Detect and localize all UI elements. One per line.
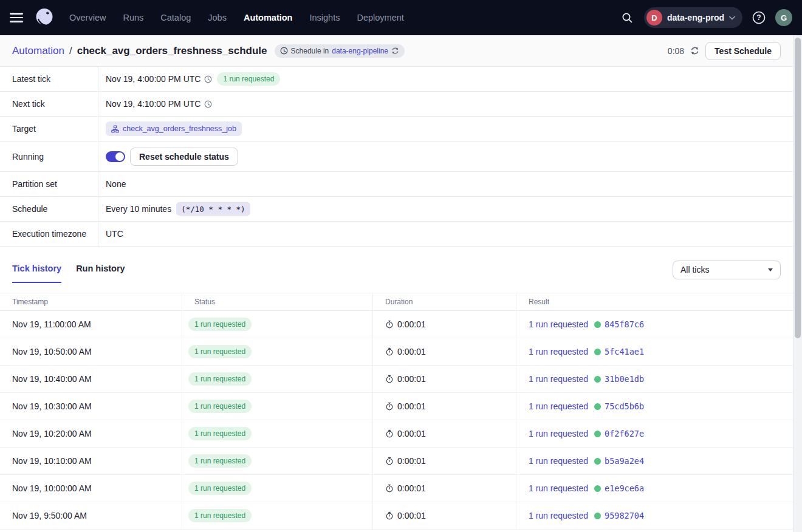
tick-timestamp: Nov 19, 10:10:00 AM (12, 456, 92, 466)
search-icon (622, 12, 633, 24)
tick-filter-select[interactable]: All ticks (673, 261, 781, 279)
run-status-dot (594, 321, 601, 328)
main-nav: OverviewRunsCatalogJobsAutomationInsight… (69, 13, 404, 22)
stopwatch-icon (385, 429, 394, 438)
tick-status-badge: 1 run requested (188, 427, 252, 440)
run-id-link[interactable]: 0f2f627e (605, 429, 644, 438)
refresh-countdown: 0:08 (668, 46, 684, 56)
tick-timestamp: Nov 19, 11:00:00 AM (12, 319, 91, 329)
deployment-name: data-eng-prod (667, 13, 724, 22)
run-id-link[interactable]: e1e9ce6a (605, 483, 644, 493)
tick-status-badge: 1 run requested (188, 400, 252, 413)
dagster-logo[interactable] (33, 6, 56, 29)
nav-item-automation[interactable]: Automation (244, 13, 293, 22)
deployment-switcher[interactable]: D data-eng-prod (644, 7, 742, 28)
pipeline-link[interactable]: data-eng-pipeline (332, 47, 388, 55)
detail-row-target: Target check_avg_orders_freshness_job (0, 117, 793, 142)
latest-tick-value: Nov 19, 4:00:00 PM UTC (106, 74, 200, 84)
search-button[interactable] (619, 9, 637, 27)
nav-item-overview[interactable]: Overview (69, 13, 106, 22)
detail-row-latest-tick: Latest tick Nov 19, 4:00:00 PM UTC 1 run… (0, 67, 793, 92)
detail-label: Partition set (0, 172, 98, 196)
tick-history-row: Nov 19, 10:50:00 AM 1 run requested 0:00… (0, 338, 793, 366)
svg-text:?: ? (756, 13, 761, 22)
run-status-dot (594, 376, 601, 383)
history-tabs: Tick historyRun history (12, 264, 125, 283)
nav-item-catalog[interactable]: Catalog (160, 13, 191, 22)
tick-history-row: Nov 19, 9:50:00 AM 1 run requested 0:00:… (0, 502, 793, 530)
run-id-link[interactable]: 75cd5b6b (605, 401, 644, 411)
nav-item-jobs[interactable]: Jobs (208, 13, 227, 22)
help-button[interactable]: ? (750, 9, 768, 27)
nav-item-insights[interactable]: Insights (309, 13, 340, 22)
run-status-dot (594, 513, 601, 519)
nav-item-runs[interactable]: Runs (123, 13, 143, 22)
stopwatch-icon (385, 402, 394, 411)
column-header-timestamp: Timestamp (0, 293, 182, 310)
tick-result-link[interactable]: 1 run requested (529, 483, 588, 493)
tick-duration: 0:00:01 (397, 483, 426, 493)
select-caret-icon (768, 268, 773, 271)
run-id-link[interactable]: 95982704 (605, 511, 644, 520)
target-job-chip[interactable]: check_avg_orders_freshness_job (106, 121, 242, 136)
top-navigation: OverviewRunsCatalogJobsAutomationInsight… (0, 0, 802, 35)
run-id-link[interactable]: b5a9a2e4 (605, 456, 644, 466)
tick-result-link[interactable]: 1 run requested (529, 401, 588, 411)
breadcrumb-automation-link[interactable]: Automation (12, 45, 64, 57)
nav-item-deployment[interactable]: Deployment (357, 13, 403, 22)
tick-history-table: Timestamp Status Duration Result Nov 19,… (0, 293, 793, 530)
tick-status-badge: 1 run requested (188, 372, 252, 386)
tick-status-badge: 1 run requested (188, 345, 252, 358)
column-header-duration: Duration (373, 293, 516, 310)
vertical-scrollbar-track[interactable] (793, 35, 802, 532)
tick-result-link[interactable]: 1 run requested (529, 429, 588, 438)
user-avatar[interactable]: G (775, 9, 792, 26)
vertical-scrollbar-thumb[interactable] (795, 38, 801, 338)
tick-status-badge: 1 run requested (188, 318, 252, 331)
schedule-details: Latest tick Nov 19, 4:00:00 PM UTC 1 run… (0, 67, 793, 247)
running-toggle[interactable] (106, 151, 125, 162)
tab-run-history[interactable]: Run history (76, 264, 125, 283)
refresh-icon[interactable] (690, 46, 699, 55)
detail-row-running: Running Reset schedule status (0, 142, 793, 172)
tick-result-link[interactable]: 1 run requested (529, 319, 588, 329)
timezone-value: UTC (106, 229, 123, 239)
run-id-link[interactable]: 845f87c6 (605, 319, 644, 329)
tick-result-link[interactable]: 1 run requested (529, 347, 588, 356)
help-icon: ? (752, 10, 766, 25)
latest-tick-status-badge: 1 run requested (217, 72, 280, 86)
tick-status-badge: 1 run requested (188, 509, 252, 522)
tick-duration: 0:00:01 (397, 319, 426, 329)
detail-label: Schedule (0, 197, 98, 221)
clock-icon (280, 47, 288, 55)
menu-icon[interactable] (10, 12, 26, 24)
tick-timestamp: Nov 19, 9:50:00 AM (12, 511, 87, 520)
tick-result-link[interactable]: 1 run requested (529, 374, 588, 384)
detail-label: Latest tick (0, 67, 98, 91)
column-header-result: Result (516, 293, 793, 310)
tick-result-link[interactable]: 1 run requested (529, 456, 588, 466)
tick-duration: 0:00:01 (397, 429, 426, 438)
column-header-status: Status (182, 293, 373, 310)
reset-schedule-status-button[interactable]: Reset schedule status (130, 148, 238, 166)
run-status-dot (594, 349, 601, 355)
sync-icon[interactable] (391, 47, 399, 55)
tick-status-badge: 1 run requested (188, 482, 252, 495)
detail-row-schedule: Schedule Every 10 minutes (*/10 * * * *) (0, 197, 793, 222)
run-id-link[interactable]: 5fc41ae1 (605, 347, 644, 356)
detail-row-next-tick: Next tick Nov 19, 4:10:00 PM UTC (0, 92, 793, 117)
tick-duration: 0:00:01 (397, 347, 426, 356)
cron-expression: (*/10 * * * *) (176, 202, 250, 216)
page-header: Automation / check_avg_orders_freshness_… (0, 35, 793, 67)
test-schedule-button[interactable]: Test Schedule (705, 42, 781, 60)
tick-timestamp: Nov 19, 10:30:00 AM (12, 401, 92, 411)
target-job-link[interactable]: check_avg_orders_freshness_job (123, 124, 236, 133)
tab-tick-history[interactable]: Tick history (12, 264, 61, 283)
tick-status-badge: 1 run requested (188, 454, 252, 468)
stopwatch-icon (385, 347, 394, 356)
stopwatch-icon (385, 511, 394, 520)
tick-result-link[interactable]: 1 run requested (529, 511, 588, 520)
history-tabs-bar: Tick historyRun history All ticks (0, 247, 793, 284)
clock-icon (204, 75, 212, 83)
run-id-link[interactable]: 31b0e1db (605, 374, 644, 384)
